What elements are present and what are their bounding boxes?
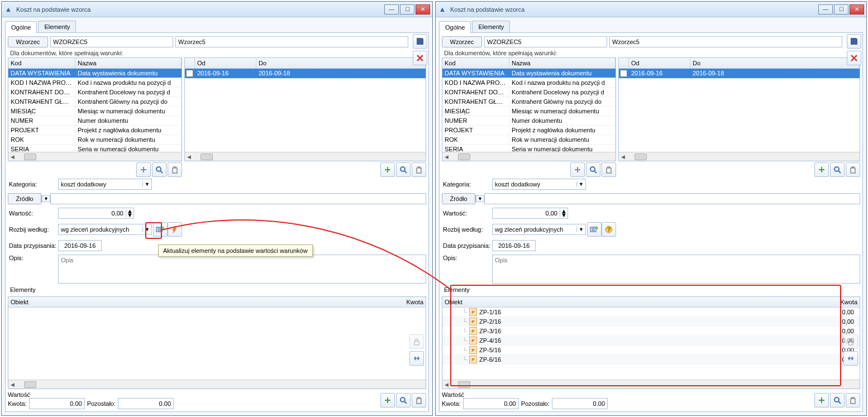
- row-checkbox[interactable]: [186, 70, 193, 77]
- trash-icon[interactable]: [602, 162, 616, 177]
- scrollbar[interactable]: ◀: [8, 380, 426, 389]
- update-elements-button[interactable]: ?: [153, 222, 168, 237]
- lock-icon[interactable]: [843, 334, 858, 349]
- delete-icon[interactable]: [847, 51, 861, 65]
- rozbij-combo[interactable]: ▼: [58, 224, 152, 235]
- col-od[interactable]: Od: [629, 58, 690, 68]
- condition-row[interactable]: MIESIĄCMiesiąc w numeracji dokumentu: [442, 107, 616, 116]
- condition-row[interactable]: SERIASeria w numeracji dokumentu: [442, 145, 616, 152]
- maximize-button[interactable]: ☐: [834, 4, 848, 15]
- scrollbar[interactable]: ◀: [442, 152, 616, 161]
- save-icon[interactable]: [413, 34, 427, 49]
- col-do[interactable]: Do: [690, 58, 860, 68]
- chevron-down-icon[interactable]: ▼: [42, 196, 50, 202]
- save-icon[interactable]: [847, 34, 861, 49]
- condition-row[interactable]: NUMERNumer dokumentu: [8, 116, 182, 126]
- row-checkbox[interactable]: [620, 70, 627, 77]
- element-row[interactable]: └PZP-1/160,00: [442, 308, 860, 317]
- wzorzec-code-input[interactable]: [484, 36, 607, 47]
- update-elements-button[interactable]: ?: [587, 222, 602, 237]
- zrodlo-button[interactable]: Źródło: [442, 193, 475, 204]
- lock-icon[interactable]: [409, 334, 424, 349]
- titlebar[interactable]: ▲ Koszt na podstawie wzorca — ☐ ✕: [2, 2, 432, 17]
- search-icon[interactable]: [830, 393, 845, 408]
- wzorzec-code-input[interactable]: [50, 36, 173, 47]
- condition-row[interactable]: DATA WYSTAWIENIAData wystawienia dokumen…: [8, 69, 182, 78]
- trash-icon[interactable]: [412, 162, 426, 177]
- chevron-down-icon[interactable]: ▼: [576, 181, 585, 187]
- condition-row[interactable]: KOD I NAZWA PRODUKTKod i nazwa produktu …: [442, 78, 616, 88]
- wartosc-input[interactable]: ▲▼: [492, 208, 568, 219]
- tab-elementy[interactable]: Elementy: [472, 21, 510, 32]
- resize-icon[interactable]: [409, 351, 424, 366]
- chevron-down-icon[interactable]: ▼: [142, 227, 151, 232]
- opis-textarea[interactable]: [58, 255, 426, 284]
- data-input[interactable]: 2016-09-16: [492, 240, 536, 251]
- condition-row[interactable]: ROKRok w numeracji dokumentu: [442, 135, 616, 145]
- condition-row[interactable]: ROKRok w numeracji dokumentu: [8, 135, 182, 145]
- col-obiekt[interactable]: Obiekt: [8, 297, 387, 307]
- data-input[interactable]: 2016-09-16: [58, 240, 102, 251]
- condition-row[interactable]: PROJEKTProjekt z nagłówka dokumentu: [8, 126, 182, 135]
- scrollbar[interactable]: ◀: [442, 380, 860, 389]
- add-icon[interactable]: [136, 162, 151, 177]
- element-row[interactable]: └PZP-2/160,00: [442, 317, 860, 327]
- opis-textarea[interactable]: [492, 255, 860, 284]
- search-icon[interactable]: [830, 162, 845, 177]
- wzorzec-name-input[interactable]: [609, 36, 842, 47]
- close-button[interactable]: ✕: [850, 4, 864, 15]
- element-row[interactable]: └PZP-4/160,00: [442, 336, 860, 346]
- col-od[interactable]: Od: [195, 58, 256, 68]
- scrollbar[interactable]: ◀: [619, 152, 860, 161]
- bottom-kwota-input[interactable]: [463, 398, 519, 409]
- condition-row[interactable]: SERIASeria w numeracji dokumentu: [8, 145, 182, 152]
- element-row[interactable]: └PZP-3/160,00: [442, 327, 860, 336]
- zrodlo-input[interactable]: [484, 193, 860, 204]
- condition-row[interactable]: DATA WYSTAWIENIAData wystawienia dokumen…: [442, 69, 616, 78]
- condition-row[interactable]: KONTRAHENT DOCELOWKontrahent Docelowy na…: [8, 88, 182, 97]
- col-nazwa[interactable]: Nazwa: [509, 58, 616, 68]
- add-icon[interactable]: [380, 393, 395, 408]
- trash-icon[interactable]: [846, 393, 860, 408]
- condition-row[interactable]: KONTRAHENT DOCELOWKontrahent Docelowy na…: [442, 88, 616, 97]
- col-kwota[interactable]: Kwota: [821, 297, 860, 307]
- add-icon[interactable]: [814, 162, 829, 177]
- rozbij-combo[interactable]: ▼: [492, 224, 586, 235]
- tab-ogolne[interactable]: Ogólne: [5, 21, 37, 33]
- col-nazwa[interactable]: Nazwa: [75, 58, 182, 68]
- col-kwota[interactable]: Kwota: [387, 297, 426, 307]
- tab-ogolne[interactable]: Ogólne: [439, 21, 471, 33]
- trash-icon[interactable]: [168, 162, 182, 177]
- wzorzec-name-input[interactable]: [175, 36, 408, 47]
- condition-row[interactable]: MIESIĄCMiesiąc w numeracji dokumentu: [8, 107, 182, 116]
- bottom-kwota-input[interactable]: [29, 398, 85, 409]
- scrollbar[interactable]: ◀: [185, 152, 426, 161]
- search-icon[interactable]: [152, 162, 166, 177]
- maximize-button[interactable]: ☐: [400, 4, 414, 15]
- close-button[interactable]: ✕: [416, 4, 430, 15]
- titlebar[interactable]: ▲ Koszt na podstawie wzorca — ☐ ✕: [436, 2, 866, 17]
- col-do[interactable]: Do: [256, 58, 426, 68]
- element-row[interactable]: └PZP-5/160,00: [442, 346, 860, 355]
- kategoria-combo[interactable]: ▼: [492, 179, 586, 190]
- chevron-down-icon[interactable]: ▼: [576, 227, 585, 232]
- wartosc-input[interactable]: ▲▼: [58, 208, 134, 219]
- condition-row[interactable]: KOD I NAZWA PRODUKTKod i nazwa produktu …: [8, 78, 182, 88]
- add-icon[interactable]: [380, 162, 395, 177]
- resize-icon[interactable]: [843, 351, 858, 366]
- col-kod[interactable]: Kod: [8, 58, 75, 68]
- help-icon[interactable]: ?: [602, 222, 616, 237]
- search-icon[interactable]: [396, 393, 411, 408]
- search-icon[interactable]: [586, 162, 600, 177]
- add-icon[interactable]: [814, 393, 829, 408]
- col-check[interactable]: [619, 58, 629, 68]
- condition-row[interactable]: NUMERNumer dokumentu: [442, 116, 616, 126]
- col-kod[interactable]: Kod: [442, 58, 509, 68]
- date-range-row[interactable]: 2016-09-16 2016-09-18: [619, 69, 860, 79]
- zrodlo-input[interactable]: [50, 193, 426, 204]
- condition-row[interactable]: KONTRAHENT GŁÓWNYKontrahent Główny na po…: [442, 97, 616, 107]
- chevron-down-icon[interactable]: ▼: [142, 181, 151, 187]
- zrodlo-button[interactable]: Źródło: [8, 193, 41, 204]
- date-range-row[interactable]: 2016-09-16 2016-09-18: [185, 69, 426, 79]
- condition-row[interactable]: KONTRAHENT GŁÓWNYKontrahent Główny na po…: [8, 97, 182, 107]
